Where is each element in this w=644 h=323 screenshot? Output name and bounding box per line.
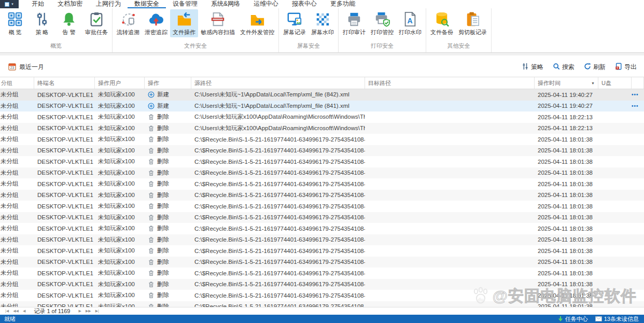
leak-cloud-icon (148, 11, 164, 27)
menu-tab-5[interactable]: 设备管理 (166, 0, 204, 8)
cell-operation: 删除 (145, 111, 191, 123)
table-row[interactable]: 未分组DESKTOP-VLKTLE1未知玩家x100删除C:\$Recycle.… (0, 145, 644, 157)
table-row[interactable]: 未分组DESKTOP-VLKTLE1未知玩家x100删除C:\$Recycle.… (0, 268, 644, 279)
table-row[interactable]: 未分组DESKTOP-VLKTLE1未知玩家x100删除C:\$Recycle.… (0, 290, 644, 301)
date-range-filter[interactable]: 23 最近一月 (8, 63, 44, 72)
ribbon-button[interactable]: 策 略 (29, 9, 55, 37)
table-row[interactable]: 未分组DESKTOP-VLKTLE1未知玩家x100删除C:\$Recycle.… (0, 257, 644, 268)
first-record-button[interactable]: |◀ (3, 309, 11, 313)
cell-usb (598, 223, 632, 234)
column-header-终端名[interactable]: 终端名 (34, 77, 95, 89)
ribbon-button-label: 屏幕水印 (311, 29, 334, 36)
sort-arrow-icon[interactable]: ▼ (591, 81, 595, 85)
row-menu (632, 268, 644, 279)
cell-user: 未知玩家x100 (95, 145, 145, 157)
policy-button[interactable]: 策略 (522, 63, 543, 72)
ribbon-button[interactable]: 文件备份 (428, 9, 456, 37)
ribbon-button[interactable]: 告 警 (55, 9, 82, 37)
app-menu-button[interactable]: ▼ (0, 0, 19, 8)
operation-label: 删除 (157, 236, 169, 244)
row-menu-button[interactable]: ••• (632, 101, 644, 112)
menu-tab-4[interactable]: 数据安全 (128, 0, 166, 8)
table-row[interactable]: 未分组DESKTOP-VLKTLE1未知玩家x100删除C:\$Recycle.… (0, 279, 644, 290)
table-row[interactable]: 未分组DESKTOP-VLKTLE1未知玩家x100删除C:\$Recycle.… (0, 167, 644, 179)
cell-target-path (365, 245, 535, 257)
row-menu-button[interactable]: ••• (632, 89, 644, 101)
next-record-button[interactable]: ▶ (77, 309, 83, 313)
menu-tab-3[interactable]: 上网行为 (89, 0, 128, 8)
table-row[interactable]: 未分组DESKTOP-VLKTLE1未知玩家x100删除C:\$Recycle.… (0, 134, 644, 145)
column-header-操作用户[interactable]: 操作用户 (95, 77, 145, 89)
ribbon-button[interactable]: 屏幕水印 (309, 9, 337, 37)
grid-body[interactable]: 未分组DESKTOP-VLKTLE1未知玩家x100新建C:\Users\未知玩… (0, 89, 644, 307)
ribbon-button[interactable]: 打印审计 (340, 9, 368, 37)
table-row[interactable]: 未分组DESKTOP-VLKTLE1未知玩家x100新建C:\Users\未知玩… (0, 101, 644, 112)
last-record-button[interactable]: ▶| (93, 309, 101, 313)
print-watermark-icon: A (402, 11, 418, 27)
table-row[interactable]: 未分组DESKTOP-VLKTLE1未知玩家x100删除C:\$Recycle.… (0, 223, 644, 234)
cell-user: 未知玩家x100 (95, 123, 145, 134)
cell-usb (598, 156, 632, 167)
ribbon-group: 概 览策 略告 警审批任务概览 (0, 8, 113, 52)
cell-time: 2025-04-11 18:01:38 (535, 223, 598, 234)
unread-messages-button[interactable]: 13条未读信息 (595, 315, 639, 323)
refresh-button[interactable]: 刷新 (584, 63, 606, 72)
column-header-分组[interactable]: 分组 (0, 77, 34, 89)
table-row[interactable]: 未分组DESKTOP-VLKTLE1未知玩家x100删除C:\Users\未知玩… (0, 123, 644, 134)
ribbon-button[interactable]: 文件外发管控 (237, 9, 277, 37)
ribbon-button[interactable]: A打印水印 (396, 9, 424, 37)
table-row[interactable]: 未分组DESKTOP-VLKTLE1未知玩家x100删除C:\$Recycle.… (0, 201, 644, 212)
menu-tab-9[interactable]: 更多功能 (324, 0, 362, 8)
menu-tab-6[interactable]: 系统&网络 (204, 0, 247, 8)
column-header-操作时间[interactable]: 操作时间▼ (535, 77, 598, 89)
ribbon-button[interactable]: 概 览 (2, 9, 29, 37)
search-button[interactable]: 搜索 (553, 63, 575, 72)
table-row[interactable]: 未分组DESKTOP-VLKTLE1未知玩家x100删除C:\$Recycle.… (0, 234, 644, 246)
ribbon-button[interactable]: 泄密追踪 (142, 9, 170, 37)
operation-label: 删除 (157, 202, 169, 210)
table-row[interactable]: 未分组DESKTOP-VLKTLE1未知玩家x100新建C:\Users\未知玩… (0, 89, 644, 101)
menu-tab-8[interactable]: 报表中心 (285, 0, 324, 8)
column-header-目标路径[interactable]: 目标路径 (365, 77, 535, 89)
delete-op-icon (148, 158, 155, 165)
table-row[interactable]: 未分组DESKTOP-VLKTLE1未知玩家x100删除C:\$Recycle.… (0, 212, 644, 223)
ribbon-button[interactable]: 敏感内容扫描 (198, 9, 237, 37)
export-button[interactable]: 导出 (615, 63, 637, 72)
cell-usb (598, 190, 632, 201)
table-row[interactable]: 未分组DESKTOP-VLKTLE1未知玩家x100删除C:\Users\未知玩… (0, 111, 644, 123)
cell-target-path (365, 111, 535, 123)
column-header-操作[interactable]: 操作 (145, 77, 191, 89)
menu-tab-1[interactable]: 开始 (25, 0, 51, 8)
prev-record-button[interactable]: ◀ (21, 309, 27, 313)
ribbon-button[interactable]: 文件操作 (170, 9, 198, 37)
table-row[interactable]: 未分组DESKTOP-VLKTLE1未知玩家x100删除C:\$Recycle.… (0, 190, 644, 201)
ribbon-button[interactable]: 剪切板记录 (456, 9, 489, 37)
cell-source-path: C:\$Recycle.Bin\S-1-5-21-1619774401-6349… (191, 145, 365, 157)
row-menu (632, 257, 644, 268)
cell-target-path (365, 290, 535, 301)
delete-op-icon (148, 125, 155, 132)
column-header-源路径[interactable]: 源路径 (191, 77, 365, 89)
table-row[interactable]: 未分组DESKTOP-VLKTLE1未知玩家x100删除C:\$Recycle.… (0, 156, 644, 167)
next-page-button[interactable]: ▶▶ (83, 309, 93, 313)
row-menu (632, 167, 644, 179)
menu-tab-7[interactable]: 运维中心 (247, 0, 285, 8)
cell-usb (598, 212, 632, 223)
filter-toolbar: 23 最近一月 策略搜索刷新导出 (0, 53, 644, 77)
table-row[interactable]: 未分组DESKTOP-VLKTLE1未知玩家x100删除C:\$Recycle.… (0, 301, 644, 307)
menu-tab-2[interactable]: 文档加密 (51, 0, 89, 8)
table-row[interactable]: 未分组DESKTOP-VLKTLE1未知玩家x100删除C:\$Recycle.… (0, 245, 644, 257)
ribbon-button[interactable]: 审批任务 (82, 9, 110, 37)
cell-user: 未知玩家x100 (95, 223, 145, 234)
prev-page-button[interactable]: ◀◀ (11, 309, 21, 313)
task-center-button[interactable]: 任务中心 (558, 315, 588, 323)
table-row[interactable]: 未分组DESKTOP-VLKTLE1未知玩家x100删除C:\$Recycle.… (0, 178, 644, 190)
delete-op-icon (148, 259, 155, 265)
delete-op-icon (148, 303, 155, 307)
column-header-U盘[interactable]: U盘 (598, 77, 632, 89)
ribbon-button[interactable]: 屏幕记录 (281, 9, 309, 37)
ribbon-button[interactable]: 打印管控 (368, 9, 396, 37)
cell-operation: 删除 (145, 257, 191, 268)
ribbon-button[interactable]: 流转追溯 (114, 9, 142, 37)
column-header-filler[interactable] (632, 77, 644, 89)
